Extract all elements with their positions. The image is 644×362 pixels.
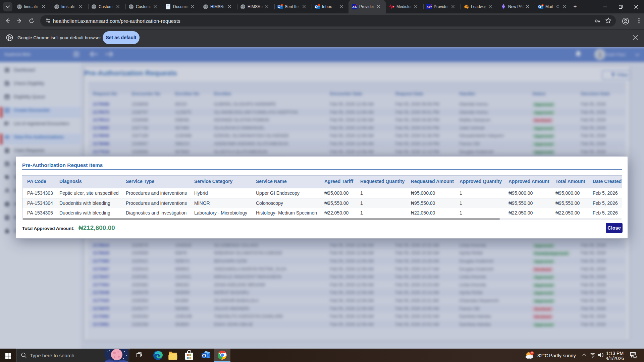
svg-text:1: 1 — [634, 355, 636, 358]
svg-text:2: 2 — [531, 352, 533, 355]
svg-text:AXA: AXA — [352, 5, 357, 9]
svg-text:AXA: AXA — [426, 5, 432, 9]
